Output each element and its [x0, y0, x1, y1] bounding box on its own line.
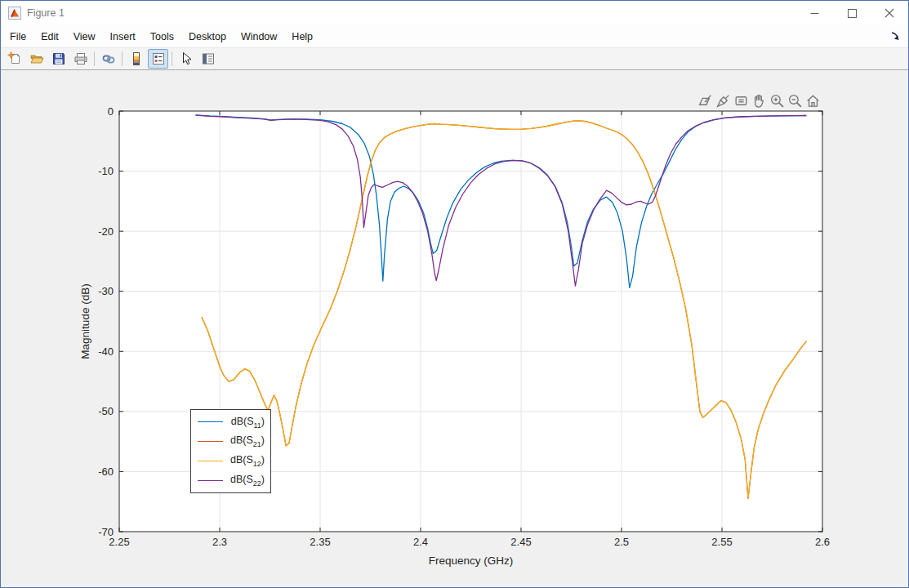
- menu-file[interactable]: File: [2, 26, 33, 47]
- x-tick-label: 2.3: [212, 536, 227, 548]
- y-axis-label: Magnitude (dB): [79, 283, 91, 359]
- menu-edit[interactable]: Edit: [33, 26, 66, 47]
- open-file-icon: [29, 51, 44, 66]
- sparameter-plot[interactable]: 2.252.32.352.42.452.52.552.60-10-20-30-4…: [1, 70, 908, 587]
- toolbar-separator: [94, 51, 95, 66]
- datatips-button[interactable]: [733, 92, 750, 109]
- legend-entry-dB(S22): dB(S22): [198, 474, 265, 488]
- y-tick-label: -10: [98, 165, 114, 177]
- datatips-icon: [733, 93, 749, 109]
- edit-plot-button[interactable]: [176, 49, 196, 69]
- x-tick-label: 2.5: [614, 536, 629, 548]
- legend-label: dB(S22): [230, 474, 265, 488]
- menu-view[interactable]: View: [66, 26, 103, 47]
- menu-insert[interactable]: Insert: [103, 26, 143, 47]
- x-axis-label: Frequency (GHz): [429, 555, 514, 567]
- toolbar-separator: [172, 51, 172, 66]
- print-figure-button[interactable]: [70, 49, 91, 69]
- window-title: Figure 1: [27, 7, 65, 19]
- legend-entry-dB(S21): dB(S21): [198, 434, 265, 448]
- x-tick-label: 2.4: [413, 536, 428, 548]
- restore-view-button[interactable]: [804, 92, 822, 109]
- brush-icon: [715, 93, 731, 109]
- new-figure-icon: [7, 51, 22, 66]
- insert-legend-icon: [151, 51, 166, 66]
- close-button[interactable]: [871, 1, 908, 25]
- legend-line-sample: [198, 480, 223, 481]
- y-tick-label: -50: [98, 405, 114, 417]
- matlab-logo-icon: [8, 7, 21, 20]
- zoom-out-icon: [787, 93, 803, 109]
- dock-figure-icon: [890, 31, 900, 41]
- link-plot-icon: [101, 51, 116, 66]
- save-figure-icon: [51, 51, 66, 66]
- x-tick-label: 2.35: [310, 536, 330, 548]
- export-button[interactable]: [697, 92, 714, 109]
- minimize-icon: [810, 9, 819, 18]
- y-tick-label: -20: [98, 225, 114, 238]
- legend-line-sample: [198, 461, 223, 461]
- legend-line-sample: [198, 421, 223, 422]
- legend-label: dB(S21): [230, 434, 265, 448]
- legend-label: dB(S11): [231, 416, 265, 430]
- menu-window[interactable]: Window: [234, 26, 284, 47]
- y-tick-label: 0: [108, 105, 114, 118]
- figure-canvas: 2.252.32.352.42.452.52.552.60-10-20-30-4…: [1, 70, 908, 587]
- brush-button[interactable]: [715, 92, 732, 109]
- x-tick-label: 2.6: [815, 536, 830, 548]
- legend-label: dB(S12): [230, 454, 265, 468]
- restore-view-icon: [805, 93, 821, 109]
- property-inspector-icon: [201, 51, 216, 66]
- insert-legend-button[interactable]: [148, 49, 168, 69]
- close-icon: [884, 8, 894, 18]
- new-figure-button[interactable]: [4, 49, 25, 69]
- plot-legend[interactable]: dB(S11)dB(S21)dB(S12)dB(S22): [190, 409, 271, 493]
- zoom-in-icon: [769, 93, 785, 109]
- export-icon: [697, 93, 713, 109]
- link-plot-button[interactable]: [98, 49, 118, 69]
- insert-colorbar-icon: [129, 51, 144, 66]
- zoom-out-button[interactable]: [786, 92, 804, 109]
- pan-button[interactable]: [751, 92, 768, 109]
- legend-entry-dB(S11): dB(S11): [198, 416, 265, 430]
- save-figure-button[interactable]: [48, 49, 69, 69]
- y-tick-label: -70: [98, 526, 114, 538]
- menu-bar: File Edit View Insert Tools Desktop Wind…: [1, 25, 908, 48]
- edit-plot-icon: [179, 51, 194, 66]
- window-controls: [795, 1, 908, 25]
- menu-tools[interactable]: Tools: [143, 26, 181, 47]
- minimize-button[interactable]: [795, 1, 833, 25]
- dock-figure-button[interactable]: [887, 28, 903, 44]
- title-bar[interactable]: Figure 1: [1, 1, 908, 25]
- toolbar-separator: [122, 51, 123, 66]
- menu-help[interactable]: Help: [284, 26, 320, 47]
- legend-entry-dB(S12): dB(S12): [198, 454, 265, 468]
- zoom-in-button[interactable]: [769, 92, 786, 109]
- x-tick-label: 2.55: [711, 536, 732, 548]
- open-file-button[interactable]: [26, 49, 47, 69]
- maximize-button[interactable]: [833, 1, 871, 25]
- figure-toolbar: [1, 48, 908, 70]
- axes-toolbar: [697, 92, 822, 109]
- pan-icon: [751, 93, 767, 109]
- legend-line-sample: [198, 441, 223, 442]
- x-tick-label: 2.45: [510, 536, 531, 548]
- insert-colorbar-button[interactable]: [126, 49, 146, 69]
- figure-window: Figure 1 File Edit View Insert Tools Des…: [0, 0, 909, 588]
- y-tick-label: -30: [98, 285, 114, 297]
- y-tick-label: -40: [98, 345, 114, 358]
- property-inspector-button[interactable]: [198, 49, 218, 69]
- y-tick-label: -60: [98, 466, 114, 478]
- print-figure-icon: [74, 51, 88, 66]
- maximize-icon: [848, 9, 857, 18]
- menu-desktop[interactable]: Desktop: [181, 26, 234, 47]
